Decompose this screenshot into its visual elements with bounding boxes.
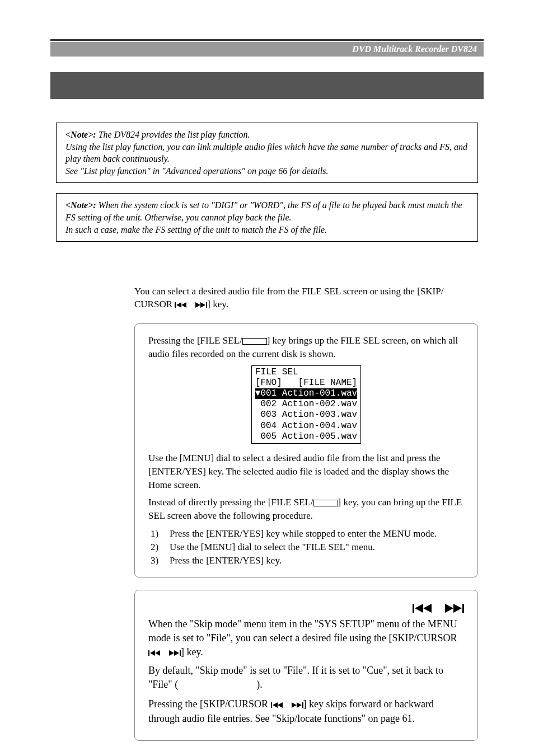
svg-marker-14	[155, 650, 160, 656]
header-band: DVD Multitrack Recorder DV824	[50, 42, 484, 57]
lcd-l7: 005 Action-005.wav	[255, 431, 357, 442]
box2-p1a: When the "Skip mode" menu item in the "S…	[148, 618, 457, 644]
box2-p2b: ).	[256, 679, 263, 690]
svg-marker-1	[176, 302, 181, 308]
file-sel-key-icon-2	[313, 500, 338, 506]
svg-marker-4	[200, 302, 205, 308]
box2-p1: When the "Skip mode" menu item in the "S…	[148, 617, 464, 660]
skip-cursor-icon-inline-2	[271, 702, 303, 708]
svg-marker-21	[292, 702, 297, 708]
step1-n: 1)	[151, 527, 170, 541]
lcd-l5: 003 Action-003.wav	[255, 410, 357, 420]
box2-p2a: By default, "Skip mode" is set to "File"…	[148, 665, 443, 690]
svg-marker-22	[297, 702, 302, 708]
header-rule-top	[50, 39, 484, 41]
skip-cursor-box: When the "Skip mode" menu item in the "S…	[134, 590, 478, 741]
svg-marker-19	[273, 702, 278, 708]
step3: Press the [ENTER/YES] key.	[170, 554, 282, 567]
box2-p3: Pressing the [SKIP/CURSOR ] key skips fo…	[148, 697, 464, 725]
intro-line: You can select a desired audio file from…	[134, 285, 478, 311]
box1-p1: Pressing the [FILE SEL/] key brings up t…	[148, 334, 464, 361]
step3-n: 3)	[151, 554, 170, 567]
skip-cursor-icon-large	[413, 603, 464, 613]
lcd-l3: ▼001 Action-001.wav	[255, 388, 357, 399]
lcd-l6: 004 Action-004.wav	[255, 421, 357, 431]
box1-p3a: Instead of directly pressing the [FILE S…	[148, 497, 313, 508]
lcd-l4: 002 Action-002.wav	[255, 399, 357, 409]
box1-p2: Use the [MENU] dial to select a desired …	[148, 452, 464, 491]
box2-p1b: ] key.	[181, 646, 203, 658]
box2-p3a: Pressing the [SKIP/CURSOR	[148, 698, 271, 710]
skip-cursor-icon	[175, 302, 207, 308]
note-label-1: <Note>:	[65, 130, 99, 139]
svg-marker-16	[174, 650, 179, 656]
svg-marker-2	[181, 302, 186, 308]
section-title-bar	[50, 72, 484, 99]
svg-rect-6	[413, 604, 414, 613]
intro-c: ] key.	[207, 299, 228, 309]
box1-p3: Instead of directly pressing the [FILE S…	[148, 496, 464, 523]
svg-marker-3	[195, 302, 200, 308]
svg-marker-9	[445, 604, 453, 613]
svg-marker-13	[150, 650, 155, 656]
svg-marker-20	[278, 702, 283, 708]
note-label-2: <Note>:	[65, 200, 99, 210]
note-body-1: The DV824 provides the list play functio…	[65, 130, 467, 176]
note-body-2: When the system clock is set to "DIGI" o…	[65, 200, 462, 234]
step2: Use the [MENU] dial to select the "FILE …	[170, 541, 375, 554]
step1: Press the [ENTER/YES] key while stopped …	[170, 527, 437, 541]
svg-marker-15	[169, 650, 174, 656]
intro-a: You can select a desired audio file from…	[134, 286, 443, 297]
procedure-steps: 1)Press the [ENTER/YES] key while stoppe…	[151, 527, 464, 567]
svg-rect-11	[462, 604, 464, 613]
svg-rect-12	[148, 650, 149, 656]
lcd-l2: [FNO] [FILE NAME]	[255, 378, 357, 388]
skip-cursor-icon-inline-1	[148, 650, 181, 656]
svg-marker-10	[453, 604, 462, 613]
svg-rect-18	[271, 702, 272, 708]
svg-marker-8	[423, 604, 432, 613]
step2-n: 2)	[151, 541, 170, 554]
box1-p1a: Pressing the [FILE SEL/	[148, 335, 242, 346]
intro-b: CURSOR	[134, 299, 175, 309]
note-box-2: <Note>: When the system clock is set to …	[56, 193, 478, 242]
note-box-1: <Note>: The DV824 provides the list play…	[56, 123, 478, 183]
lcd-l1: FILE SEL	[255, 367, 298, 377]
box2-p2: By default, "Skip mode" is set to "File"…	[148, 664, 464, 692]
svg-marker-7	[415, 604, 423, 613]
svg-rect-0	[175, 302, 176, 308]
header-title: DVD Multitrack Recorder DV824	[352, 44, 477, 54]
file-sel-screen-box: Pressing the [FILE SEL/] key brings up t…	[134, 323, 478, 577]
file-sel-key-icon	[242, 338, 267, 345]
lcd-screen: FILE SEL [FNO] [FILE NAME] ▼001 Action-0…	[251, 365, 361, 444]
